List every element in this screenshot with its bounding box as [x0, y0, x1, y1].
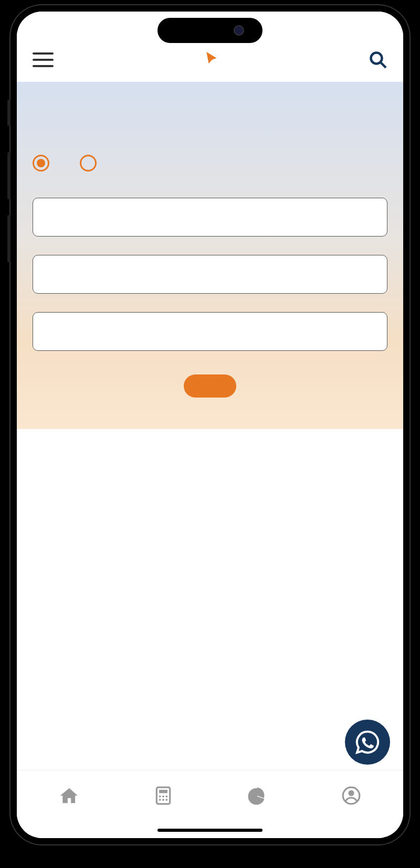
svg-line-1: [381, 62, 386, 68]
svg-point-7: [159, 799, 161, 801]
svg-point-9: [165, 799, 167, 801]
phone-screen: [17, 12, 403, 838]
page-title: [33, 108, 387, 134]
bottom-nav: [17, 770, 403, 838]
radio-company[interactable]: [80, 155, 106, 172]
home-indicator[interactable]: [158, 829, 262, 832]
svg-point-0: [371, 53, 382, 64]
logo[interactable]: [203, 50, 219, 70]
radio-circle-icon: [80, 155, 97, 172]
fullname-field: [33, 198, 387, 237]
notch: [158, 18, 262, 43]
menu-icon[interactable]: [33, 48, 54, 71]
profile-icon: [341, 786, 361, 806]
side-button: [7, 100, 10, 126]
why-section: [17, 429, 403, 495]
email-input[interactable]: [33, 255, 387, 294]
svg-rect-3: [159, 790, 167, 793]
svg-point-11: [348, 790, 354, 796]
mobile-field: [33, 312, 387, 351]
nav-profile[interactable]: [304, 786, 398, 810]
email-field: [33, 255, 387, 294]
home-icon: [59, 786, 79, 806]
svg-point-8: [162, 799, 164, 801]
nav-home[interactable]: [22, 786, 116, 810]
whatsapp-button[interactable]: [345, 720, 390, 765]
mobile-input[interactable]: [33, 312, 387, 351]
svg-point-5: [162, 796, 164, 798]
partner-type-radio-group: [33, 155, 387, 172]
nav-calculator[interactable]: [116, 786, 210, 810]
logo-arrow-icon: [202, 48, 222, 71]
calculator-icon: [153, 786, 173, 806]
radio-individual[interactable]: [33, 155, 59, 172]
side-button: [7, 152, 10, 199]
phone-frame: [10, 5, 410, 844]
piechart-icon: [247, 786, 267, 806]
svg-point-6: [165, 796, 167, 798]
hero-section: [17, 82, 403, 429]
search-icon[interactable]: [369, 50, 387, 69]
register-button[interactable]: [184, 374, 236, 398]
fullname-input[interactable]: [33, 198, 387, 237]
side-button: [7, 215, 10, 262]
svg-point-4: [159, 796, 161, 798]
nav-dashboard[interactable]: [210, 786, 304, 810]
radio-circle-icon: [33, 155, 49, 172]
whatsapp-icon: [355, 730, 380, 755]
